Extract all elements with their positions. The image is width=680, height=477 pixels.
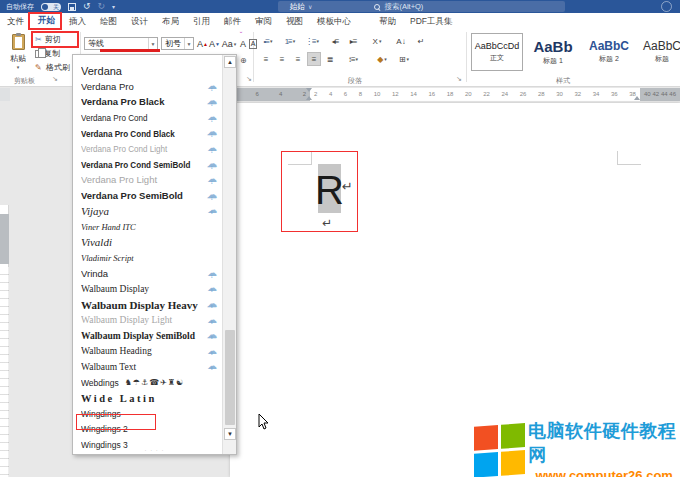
font-item[interactable]: Vijaya☁↓ [73,203,223,219]
hanging-indent-marker[interactable] [306,96,312,100]
tab-view[interactable]: 视图 [279,13,310,30]
right-indent-marker[interactable] [634,96,640,100]
font-item[interactable]: Viner Hand ITC [73,219,223,235]
dropdown-resize-handle[interactable]: · · · · [145,447,165,453]
align-center-button[interactable]: ≡ [275,52,289,66]
cloud-download-icon: ☁↓ [207,80,219,92]
font-item-wingdings2[interactable]: Wingdings 2 [73,422,223,438]
font-item[interactable]: Walbaum Heading☁↓ [73,344,223,360]
font-item[interactable]: Wingdings [73,406,223,422]
font-item[interactable]: Vivaldi [73,235,223,251]
font-item[interactable]: Verdana Pro Light☁↓ [73,172,223,188]
tab-layout[interactable]: 布局 [155,13,186,30]
shrink-font-button[interactable]: A▼ [209,37,220,51]
font-item[interactable]: Verdana Pro Cond Black☁↓ [73,125,223,141]
style-title[interactable]: AaBbC 标题 [639,33,680,71]
horizontal-ruler[interactable]: 8642 2468101214161820222426283032343638 … [228,88,680,101]
paste-button[interactable]: 粘贴 ▾ [4,32,32,74]
titlebar-search-pill[interactable]: 始始 ∨ 搜索(Alt+Q) [278,1,565,12]
asian-layout-button[interactable]: X▾ [368,34,386,48]
style-normal[interactable]: AaBbCcDd 正文 [471,33,523,71]
tab-mailings[interactable]: 邮件 [217,13,248,30]
font-item[interactable]: Vrinda☁↓ [73,266,223,282]
character-shading-icon[interactable]: ⊕ [240,56,247,65]
redo-icon[interactable]: ↻ [98,2,106,11]
shading-button[interactable]: ◆▾ [373,52,391,66]
tab-insert[interactable]: 插入 [62,13,93,30]
style-heading2[interactable]: AaBbC 标题 2 [583,33,635,71]
clipboard-dialog-launcher[interactable]: ↘ [52,75,58,83]
font-item[interactable]: Walbaum Display Light☁↓ [73,313,223,329]
character-border-button[interactable]: A [248,37,258,51]
cut-button[interactable]: ✂ 剪切 [35,34,61,45]
font-item[interactable]: Verdana Pro Black☁↓ [73,94,223,110]
tab-home[interactable]: 开始 [31,13,62,30]
copy-icon [35,50,41,58]
font-name-combo[interactable]: 等线 ▼ [84,37,158,50]
grow-font-button[interactable]: A▲ [197,37,208,51]
tab-design[interactable]: 设计 [124,13,155,30]
scrollbar-thumb[interactable] [225,330,235,425]
autosave-toggle[interactable]: 关 [41,3,61,11]
decrease-indent-button[interactable]: ◂≡ [327,34,343,48]
numbering-button[interactable]: 1≡▾ [280,34,300,48]
increase-indent-button[interactable]: ▸≡ [345,34,361,48]
show-hide-marks-button[interactable]: ↵ [414,34,428,48]
font-item[interactable]: Verdana Pro Cond☁↓ [73,110,223,126]
font-item[interactable]: Wide Latin [73,390,223,406]
sort-button[interactable]: A↓ [393,34,409,48]
undo-icon[interactable]: ↺ [83,2,91,11]
font-item-webdings[interactable]: Webdings♞☂⚓☎✈♜☯ [73,375,223,391]
tab-template-center[interactable]: 模板中心 [310,13,358,30]
line-spacing-button[interactable]: ↕≡▾ [343,52,363,66]
selected-text-run[interactable]: R [318,164,341,213]
style-heading1[interactable]: AaBb 标题 1 [527,33,579,71]
font-item[interactable]: Vladimir Script [73,250,223,266]
justify-button[interactable]: ≡ [307,52,321,66]
font-item[interactable]: Walbaum Display SemiBold☁↓ [73,328,223,344]
tab-references[interactable]: 引用 [186,13,217,30]
bullets-button[interactable]: •≡▾ [258,34,278,48]
paragraph-dialog-launcher[interactable]: ↘ [456,75,462,83]
tab-draw[interactable]: 绘图 [93,13,124,30]
tab-file[interactable]: 文件 [0,13,31,30]
font-item[interactable]: Verdana Pro Cond SemiBold☁↓ [73,157,223,173]
font-item[interactable]: Walbaum Text☁↓ [73,359,223,375]
site-watermark: 电脑软件硬件教程网 www.computer26.com [474,419,680,477]
tab-review[interactable]: 审阅 [248,13,279,30]
font-item[interactable]: Walbaum Display Heavy☁↓ [73,297,223,313]
font-item[interactable]: Walbaum Display☁↓ [73,281,223,297]
align-right-button[interactable]: ≡ [291,52,305,66]
qat-customize-icon[interactable]: ▾ [112,3,115,10]
document-title[interactable]: 始始 [290,2,305,12]
borders-button[interactable]: ⊞▾ [395,52,413,66]
windows-logo [474,423,521,477]
format-painter-button[interactable]: 格式刷 [35,62,70,73]
dropdown-scrollbar[interactable]: ▲ ▼ [222,55,236,454]
vertical-ruler[interactable] [0,205,9,477]
font-size-dropdown-icon[interactable]: ▼ [184,38,193,49]
change-case-button[interactable]: Aa▾ [221,37,237,51]
multilevel-list-button[interactable]: ⋮≡▾ [302,34,322,48]
copy-button[interactable]: 复制 [35,48,60,59]
font-item[interactable]: Verdana Pro Cond Light☁↓ [73,141,223,157]
account-avatar[interactable] [661,1,672,12]
font-item[interactable]: Verdana Pro☁↓ [73,79,223,95]
scroll-up-icon[interactable]: ▲ [224,56,236,68]
phonetic-guide-button[interactable]: A [239,37,247,51]
tab-help[interactable]: 帮助 [372,13,403,30]
watermark-text: 电脑软件硬件教程网 www.computer26.com [528,419,680,477]
tab-pdf-tools[interactable]: PDF工具集 [403,13,460,30]
search-box[interactable]: 搜索(Alt+Q) [374,2,423,12]
font-item[interactable]: Verdana Pro SemiBold☁↓ [73,188,223,204]
first-line-indent-marker[interactable] [306,88,312,92]
font-item-verdana[interactable]: Verdana [73,63,223,79]
font-name-dropdown-icon[interactable]: ▼ [148,38,157,49]
cloud-download-icon: ☁↓ [207,282,219,294]
align-left-button[interactable]: ≡ [259,52,273,66]
save-icon[interactable] [68,3,76,11]
font-size-combo[interactable]: 初号 ▼ [161,37,194,50]
font-dialog-launcher[interactable]: ↘ [246,75,252,83]
scroll-down-icon[interactable]: ▼ [224,428,236,440]
distributed-button[interactable]: ≣ [323,52,337,66]
